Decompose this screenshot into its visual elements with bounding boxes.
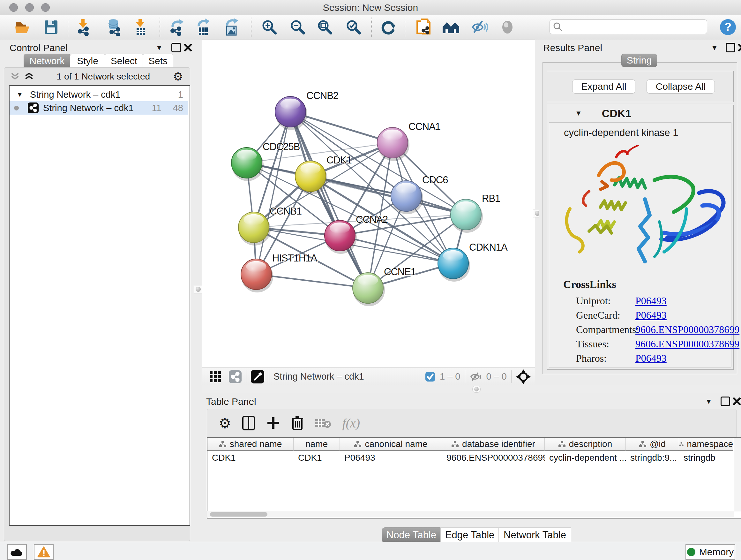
table-cell[interactable]: P06493 <box>340 451 442 464</box>
column-header-database-identifier[interactable]: database identifier <box>442 438 545 451</box>
show-eye-icon[interactable] <box>498 18 517 37</box>
column-header-namespace[interactable]: namespace <box>679 438 733 451</box>
collapse-all-button[interactable]: Collapse All <box>647 79 715 94</box>
network-node-CCNA1[interactable]: CCNA1 <box>377 121 441 161</box>
hidden-eye-slash-icon[interactable] <box>470 371 482 382</box>
panel-menu-chevron-icon[interactable]: ▼ <box>705 397 712 406</box>
zoom-out-icon[interactable] <box>288 18 307 37</box>
table-cell[interactable]: CDK1 <box>207 451 293 464</box>
export-image-icon[interactable] <box>222 18 241 37</box>
column-header-description[interactable]: description <box>545 438 626 451</box>
result-item-header[interactable]: ▼ CDK1 <box>547 105 733 122</box>
expand-all-button[interactable]: Expand All <box>572 79 635 94</box>
collapse-triangle-icon[interactable]: ▼ <box>575 109 582 118</box>
network-node-CCNB1[interactable]: CCNB1 <box>239 206 301 246</box>
panel-close-icon[interactable] <box>738 44 741 52</box>
panel-close-icon[interactable] <box>733 397 741 406</box>
zoom-selected-icon[interactable] <box>344 18 363 37</box>
network-node-CDK1[interactable]: CDK1 <box>295 154 352 194</box>
show-columns-icon[interactable] <box>242 415 255 431</box>
search-input[interactable] <box>566 21 707 33</box>
column-header-name[interactable]: name <box>293 438 340 451</box>
tab-network[interactable]: Network <box>23 54 71 68</box>
crosslink-value-link[interactable]: 9606.ENSP00000378699 <box>635 324 739 335</box>
crosslink-value-link[interactable]: 9606.ENSP00000378699 <box>635 338 739 350</box>
crosslink-value-link[interactable]: P06493 <box>635 295 667 307</box>
horizontal-splitter[interactable] <box>202 385 741 393</box>
column-header--id[interactable]: @id <box>626 438 679 451</box>
tab-sets[interactable]: Sets <box>143 54 173 68</box>
node-label-CDK1: CDK1 <box>327 154 352 166</box>
function-builder-icon[interactable]: f(x) <box>342 416 360 431</box>
tab-edge-table[interactable]: Edge Table <box>441 527 499 543</box>
table-cell[interactable]: 9606.ENSP00000378699 <box>442 451 545 464</box>
collection-expand-triangle-icon[interactable]: ▼ <box>17 91 23 98</box>
network-node-CDKN1A[interactable]: CDKN1A <box>438 242 508 282</box>
refresh-icon[interactable] <box>379 18 397 37</box>
collapse-all-chevrons-icon[interactable] <box>10 72 20 81</box>
panel-float-icon[interactable] <box>726 43 735 52</box>
export-table-icon[interactable] <box>194 18 212 37</box>
open-file-icon[interactable] <box>13 18 32 37</box>
column-header-shared-name[interactable]: shared name <box>207 438 293 451</box>
network-node-CDC25B[interactable]: CDC25B <box>231 141 300 181</box>
expand-all-chevrons-icon[interactable] <box>24 72 34 81</box>
help-icon[interactable]: ? <box>719 18 737 37</box>
export-network-icon[interactable] <box>167 18 186 37</box>
home-networks-icon[interactable] <box>442 18 460 37</box>
warning-status-button[interactable] <box>34 544 54 560</box>
crosslink-value-link[interactable]: P06493 <box>635 309 667 321</box>
table-vertical-scrollbar[interactable] <box>734 438 741 511</box>
network-selection-status: 1 of 1 Network selected <box>34 71 173 82</box>
vertical-splitter[interactable] <box>194 40 202 542</box>
add-column-plus-icon[interactable] <box>266 416 280 430</box>
panel-menu-chevron-icon[interactable]: ▼ <box>156 44 163 52</box>
network-node-CCNE1[interactable]: CCNE1 <box>353 266 416 306</box>
tab-select[interactable]: Select <box>105 54 143 68</box>
splitter-handle[interactable] <box>472 386 481 393</box>
table-cell[interactable]: cyclin-dependent ... <box>545 451 626 464</box>
selected-checkbox-icon[interactable] <box>425 372 435 382</box>
table-cell[interactable]: stringdb:9... <box>626 451 679 464</box>
network-node-RB1[interactable]: RB1 <box>451 193 500 233</box>
save-session-icon[interactable] <box>42 18 60 37</box>
panel-menu-chevron-icon[interactable]: ▼ <box>711 44 718 52</box>
splitter-handle[interactable] <box>194 285 203 294</box>
tab-node-table[interactable]: Node Table <box>382 527 441 543</box>
detach-view-icon[interactable] <box>251 370 264 383</box>
tab-style[interactable]: Style <box>70 54 105 68</box>
import-network-database-icon[interactable] <box>105 18 123 37</box>
import-network-file-icon[interactable] <box>74 18 92 37</box>
delete-column-trash-icon[interactable] <box>291 415 304 431</box>
navigator-crosshair-icon[interactable] <box>516 369 531 384</box>
network-options-gear-icon[interactable]: ⚙ <box>173 70 183 83</box>
panel-float-icon[interactable] <box>172 43 181 52</box>
network-node-HIST1H1A[interactable]: HIST1H1A <box>241 253 317 293</box>
network-row-selected[interactable]: String Network – cdk1 11 48 <box>10 101 188 115</box>
table-cell[interactable]: stringdb <box>679 451 733 464</box>
zoom-fit-icon[interactable] <box>316 18 334 37</box>
network-badge-icon[interactable] <box>229 370 242 383</box>
network-canvas[interactable]: CCNB2CCNA1CDC25BCDK1CDC6RB1CCNB1CCNA2CDK… <box>202 40 536 368</box>
hide-selected-eye-slash-icon[interactable] <box>470 18 488 37</box>
panel-float-icon[interactable] <box>721 396 730 406</box>
table-settings-gear-icon[interactable]: ⚙ <box>219 415 231 431</box>
search-box[interactable] <box>549 19 707 34</box>
network-collection-row[interactable]: ▼ String Network – cdk1 1 <box>10 88 188 101</box>
grid-view-icon[interactable] <box>209 370 222 383</box>
scrollbar-thumb[interactable] <box>210 512 267 516</box>
table-horizontal-scrollbar[interactable] <box>207 511 734 517</box>
cloud-status-button[interactable] <box>7 544 27 560</box>
import-table-file-icon[interactable] <box>131 18 149 37</box>
column-header-canonical-name[interactable]: canonical name <box>340 438 442 451</box>
zoom-in-icon[interactable] <box>260 18 279 37</box>
crosslink-value-link[interactable]: P06493 <box>635 353 667 364</box>
delete-table-icon[interactable] <box>315 417 331 429</box>
vertical-splitter[interactable] <box>535 40 539 385</box>
string-results-tab[interactable]: String <box>621 54 657 67</box>
table-cell[interactable]: CDK1 <box>293 451 340 464</box>
first-neighbors-icon[interactable] <box>414 18 433 37</box>
memory-button[interactable]: Memory <box>685 544 735 560</box>
tab-network-table[interactable]: Network Table <box>498 527 571 543</box>
panel-close-icon[interactable] <box>184 44 192 52</box>
